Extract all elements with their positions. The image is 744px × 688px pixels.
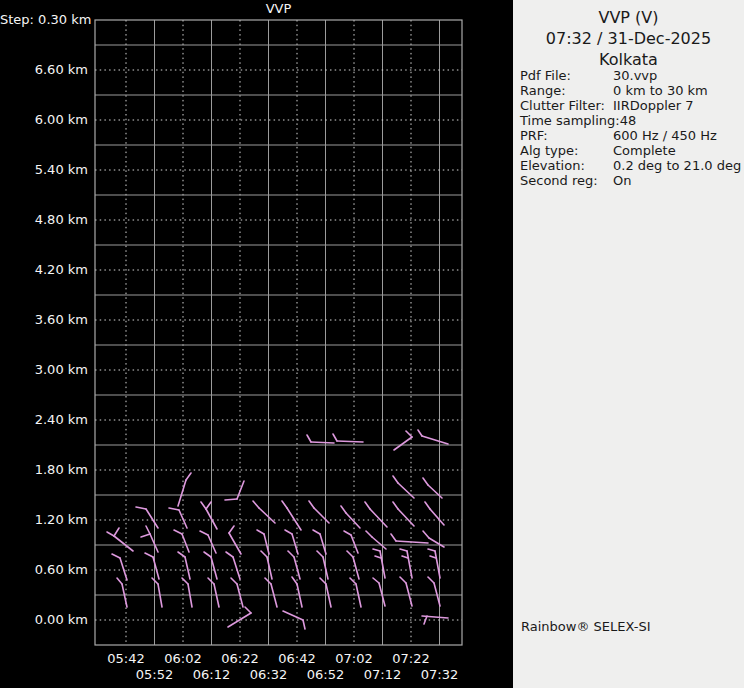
x-axis-label: 07:12 <box>357 667 409 682</box>
x-axis-label: 07:02 <box>328 651 380 666</box>
parameter-value: IIRDoppler 7 <box>613 98 694 113</box>
parameter-label: Pdf File: <box>520 68 613 83</box>
parameter-row: PRF:600 Hz / 450 Hz <box>520 128 742 143</box>
x-axis-label: 05:52 <box>129 667 181 682</box>
x-axis-label: 06:12 <box>186 667 238 682</box>
product-parameters: Pdf File:30.vvpRange:0 km to 30 kmClutte… <box>520 68 742 188</box>
parameter-row: Elevation:0.2 deg to 21.0 deg <box>520 158 742 173</box>
product-title: VVP (V) <box>513 8 744 27</box>
x-axis-label: 05:42 <box>100 651 152 666</box>
parameter-value: 600 Hz / 450 Hz <box>613 128 717 143</box>
site-name: Kolkata <box>513 50 744 69</box>
x-axis-label: 06:52 <box>300 667 352 682</box>
x-axis-label: 06:22 <box>214 651 266 666</box>
info-panel: VVP (V) 07:32 / 31-Dec-2025 Kolkata Pdf … <box>513 0 744 688</box>
parameter-label: Second reg: <box>520 173 613 188</box>
x-axis-label: 07:22 <box>385 651 437 666</box>
product-timestamp: 07:32 / 31-Dec-2025 <box>513 29 744 48</box>
parameter-value: 48 <box>620 113 637 128</box>
parameter-label: Elevation: <box>520 158 613 173</box>
parameter-value: Complete <box>613 143 676 158</box>
parameter-value: 0.2 deg to 21.0 deg <box>613 158 741 173</box>
parameter-label: Range: <box>520 83 613 98</box>
brand-label: Rainbow® SELEX-SI <box>521 619 651 634</box>
parameter-row: Pdf File:30.vvp <box>520 68 742 83</box>
parameter-value: 0 km to 30 km <box>613 83 708 98</box>
parameter-row: Second reg:On <box>520 173 742 188</box>
parameter-label: Time sampling: <box>520 113 620 128</box>
x-axis-label: 06:42 <box>271 651 323 666</box>
parameter-row: Alg type:Complete <box>520 143 742 158</box>
parameter-value: 30.vvp <box>613 68 657 83</box>
parameter-label: Clutter Filter: <box>520 98 613 113</box>
parameter-row: Clutter Filter:IIRDoppler 7 <box>520 98 742 113</box>
x-axis-label: 06:32 <box>243 667 295 682</box>
parameter-label: PRF: <box>520 128 613 143</box>
parameter-row: Time sampling:48 <box>520 113 742 128</box>
x-axis-label: 06:02 <box>157 651 209 666</box>
parameter-row: Range:0 km to 30 km <box>520 83 742 98</box>
parameter-value: On <box>613 173 631 188</box>
parameter-label: Alg type: <box>520 143 613 158</box>
vvp-product-window: VVP Step: 0.30 km 6.60 km6.00 km5.40 km4… <box>0 0 744 688</box>
x-axis-label: 07:32 <box>414 667 466 682</box>
